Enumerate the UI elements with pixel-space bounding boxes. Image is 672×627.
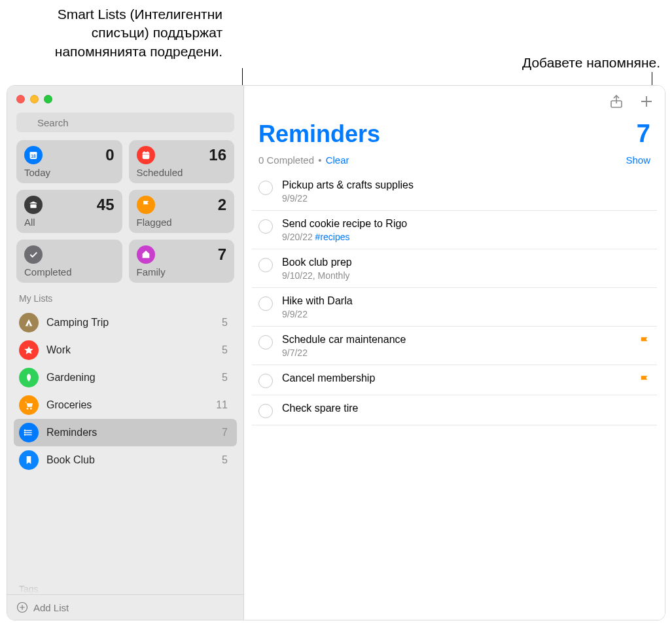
svg-rect-9 (30, 204, 36, 207)
reminder-title: Send cookie recipe to Rigo (282, 218, 650, 230)
list-name: Gardening (46, 372, 214, 384)
smart-card-family[interactable]: 7 Family (129, 240, 235, 283)
family-icon (137, 245, 155, 264)
svg-point-16 (24, 430, 25, 431)
list-name: Work (46, 344, 214, 356)
reminder-list: Pickup arts & crafts supplies 9/9/22 Sen… (244, 172, 665, 425)
smart-card-today[interactable]: 18 0 Today (16, 140, 122, 183)
reminder-row[interactable]: Send cookie recipe to Rigo 9/20/22 #reci… (252, 211, 657, 249)
toolbar (244, 86, 665, 116)
smart-card-flagged[interactable]: 2 Flagged (129, 190, 235, 233)
reminder-meta: 9/9/22 (282, 309, 650, 319)
svg-rect-6 (143, 151, 144, 153)
reminder-title: Book club prep (282, 257, 650, 268)
minimize-window-button[interactable] (30, 95, 39, 103)
plus-circle-icon (16, 601, 28, 613)
smart-card-all[interactable]: 45 All (16, 190, 122, 233)
separator-dot: • (318, 154, 321, 166)
svg-marker-10 (24, 346, 33, 354)
reminder-title: Cancel membership (282, 372, 629, 384)
reminder-row[interactable]: Check spare tire (252, 395, 657, 425)
reminder-checkbox[interactable] (258, 258, 273, 272)
share-button[interactable] (609, 94, 624, 112)
reminder-meta: 9/9/22 (282, 193, 650, 204)
svg-point-12 (30, 408, 32, 410)
smart-count: 0 (105, 146, 114, 164)
smart-label: Flagged (137, 217, 227, 228)
reminder-row[interactable]: Book club prep 9/10/22, Monthly (252, 249, 657, 288)
share-icon (609, 94, 624, 109)
svg-point-17 (24, 432, 25, 433)
completed-text: 0 Completed (258, 154, 314, 166)
reminder-row[interactable]: Pickup arts & crafts supplies 9/9/22 (252, 172, 657, 211)
reminder-row[interactable]: Hike with Darla 9/9/22 (252, 288, 657, 327)
smart-card-completed[interactable]: Completed (16, 240, 122, 283)
reminder-checkbox[interactable] (258, 296, 273, 311)
reminder-title: Check spare tire (282, 403, 650, 414)
add-reminder-button[interactable] (639, 94, 654, 112)
list-row[interactable]: Work 5 (14, 336, 237, 364)
search-input[interactable] (16, 113, 234, 132)
reminder-row[interactable]: Cancel membership (252, 365, 657, 395)
reminder-checkbox[interactable] (258, 404, 273, 418)
list-header: Reminders 7 (244, 116, 665, 151)
list-title: Reminders (258, 120, 380, 148)
reminder-title: Hike with Darla (282, 295, 650, 307)
list-icon (19, 368, 39, 387)
svg-point-18 (24, 435, 25, 435)
scheduled-icon (137, 146, 155, 164)
add-list-button[interactable]: Add List (7, 594, 243, 620)
list-item-count: 7 (222, 427, 232, 439)
reminder-checkbox[interactable] (258, 181, 273, 195)
list-item-count: 5 (222, 372, 232, 384)
list-row[interactable]: Book Club 5 (14, 446, 237, 474)
plus-icon (639, 94, 654, 109)
reminder-checkbox[interactable] (258, 335, 273, 349)
list-row[interactable]: Gardening 5 (14, 364, 237, 391)
svg-point-11 (27, 408, 29, 410)
content-pane: Reminders 7 0 Completed • Clear Show Pic… (244, 86, 665, 620)
close-window-button[interactable] (16, 95, 25, 103)
smart-count: 16 (209, 146, 226, 164)
flag-icon (639, 336, 650, 348)
list-item-count: 5 (222, 317, 232, 329)
reminder-meta: 9/7/22 (282, 348, 629, 358)
list-row[interactable]: Reminders 7 (14, 419, 237, 446)
flag-icon (639, 374, 650, 386)
list-row[interactable]: Camping Trip 5 (14, 309, 237, 336)
reminder-checkbox[interactable] (258, 219, 273, 234)
smart-label: All (24, 217, 115, 228)
list-subheader: 0 Completed • Clear Show (244, 151, 665, 172)
clear-button[interactable]: Clear (326, 154, 349, 166)
svg-rect-7 (147, 151, 148, 153)
list-icon (19, 450, 39, 470)
list-row[interactable]: Groceries 11 (14, 391, 237, 419)
add-list-label: Add List (33, 602, 69, 613)
reminder-checkbox[interactable] (258, 374, 273, 388)
list-item-count: 5 (222, 344, 232, 356)
list-icon (19, 395, 39, 415)
svg-rect-5 (142, 152, 149, 159)
zoom-window-button[interactable] (44, 95, 52, 103)
flagged-icon (137, 196, 155, 214)
smart-label: Scheduled (137, 167, 227, 178)
reminder-tag[interactable]: #recipes (315, 232, 350, 242)
window-controls (7, 86, 243, 109)
smart-count: 45 (97, 196, 115, 214)
show-button[interactable]: Show (626, 154, 650, 166)
smart-lists-grid: 18 0 Today 16 Scheduled 45 All 2 Flagged… (7, 140, 243, 291)
smart-card-scheduled[interactable]: 16 Scheduled (129, 140, 235, 183)
list-item-count: 5 (222, 454, 232, 466)
list-icon (19, 313, 39, 332)
reminder-meta: 9/10/22, Monthly (282, 270, 650, 281)
list-name: Groceries (46, 399, 208, 411)
reminder-row[interactable]: Schedule car maintenance 9/7/22 (252, 327, 657, 365)
list-item-count: 11 (216, 399, 232, 411)
completed-icon (24, 245, 43, 264)
smart-label: Completed (24, 266, 115, 278)
list-icon (19, 423, 39, 442)
list-icon (19, 340, 39, 360)
reminder-title: Pickup arts & crafts supplies (282, 179, 650, 191)
smart-count: 2 (218, 196, 226, 214)
smart-count: 7 (218, 245, 226, 264)
